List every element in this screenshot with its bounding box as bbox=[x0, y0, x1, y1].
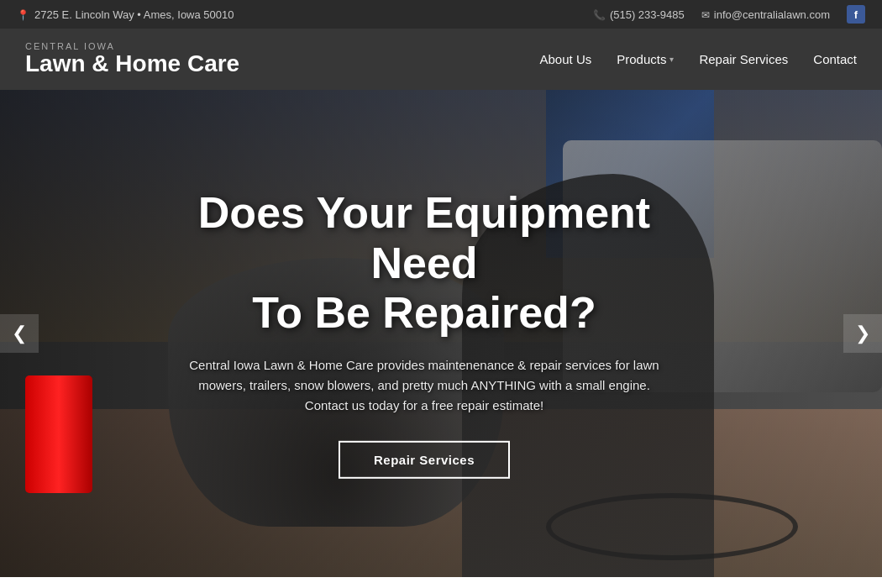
hero-title: Does Your Equipment Need To Be Repaired? bbox=[151, 188, 697, 339]
nav-repair[interactable]: Repair Services bbox=[699, 52, 788, 66]
nav-about[interactable]: About Us bbox=[540, 52, 592, 66]
phone-icon bbox=[593, 8, 606, 21]
hero-subtitle: Central Iowa Lawn & Home Care provides m… bbox=[189, 355, 659, 416]
logo-title: Lawn & Home Care bbox=[25, 51, 239, 77]
address-area: 2725 E. Lincoln Way • Ames, Iowa 50010 bbox=[17, 8, 234, 21]
top-bar: 2725 E. Lincoln Way • Ames, Iowa 50010 (… bbox=[0, 0, 882, 29]
repair-services-button[interactable]: Repair Services bbox=[339, 441, 510, 479]
nav-products[interactable]: Products ▾ bbox=[617, 52, 674, 66]
contact-area: (515) 233-9485 info@centralialawn.com f bbox=[593, 5, 865, 24]
logo: CENTRAL IOWA Lawn & Home Care bbox=[25, 41, 239, 77]
email-text: info@centralialawn.com bbox=[714, 8, 830, 21]
facebook-link[interactable]: f bbox=[847, 5, 865, 24]
address-text: 2725 E. Lincoln Way • Ames, Iowa 50010 bbox=[34, 8, 234, 21]
chevron-down-icon: ▾ bbox=[669, 55, 674, 64]
email-icon bbox=[701, 8, 710, 21]
hero-title-line2: To Be Repaired? bbox=[252, 288, 596, 337]
hero-title-line1: Does Your Equipment Need bbox=[198, 188, 650, 287]
chevron-left-icon: ❮ bbox=[12, 323, 27, 344]
phone-link[interactable]: (515) 233-9485 bbox=[593, 8, 685, 21]
email-link[interactable]: info@centralialawn.com bbox=[701, 8, 830, 21]
hose-floor bbox=[546, 493, 798, 560]
phone-text: (515) 233-9485 bbox=[610, 8, 685, 21]
pin-icon bbox=[17, 8, 29, 21]
main-nav: About Us Products ▾ Repair Services Cont… bbox=[540, 52, 857, 66]
carousel-prev-button[interactable]: ❮ bbox=[0, 314, 39, 353]
carousel-next-button[interactable]: ❯ bbox=[843, 314, 882, 353]
nav-products-label: Products bbox=[617, 52, 666, 66]
hero-section: ❮ Does Your Equipment Need To Be Repaire… bbox=[0, 90, 882, 577]
facebook-icon: f bbox=[847, 5, 865, 24]
nav-contact[interactable]: Contact bbox=[813, 52, 857, 66]
chevron-right-icon: ❯ bbox=[855, 323, 870, 344]
hero-content: Does Your Equipment Need To Be Repaired?… bbox=[151, 188, 697, 479]
header: CENTRAL IOWA Lawn & Home Care About Us P… bbox=[0, 29, 882, 90]
canister-left bbox=[25, 375, 92, 493]
